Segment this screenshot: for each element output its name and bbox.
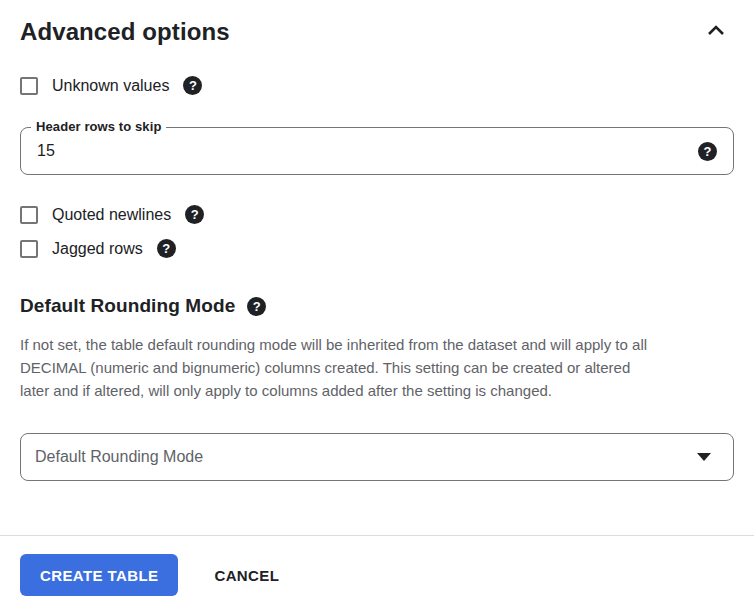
help-icon[interactable]: ? — [183, 76, 202, 95]
help-icon[interactable]: ? — [185, 205, 204, 224]
unknown-values-label[interactable]: Unknown values — [52, 77, 169, 95]
page-title: Advanced options — [20, 18, 230, 46]
default-rounding-mode-title: Default Rounding Mode — [20, 295, 235, 317]
footer-actions: CREATE TABLE CANCEL — [0, 536, 754, 596]
chevron-up-icon — [704, 19, 728, 46]
header-rows-to-skip-input[interactable] — [37, 142, 686, 160]
header-rows-to-skip-label: Header rows to skip — [31, 119, 166, 134]
collapse-section-button[interactable] — [702, 18, 730, 46]
quoted-newlines-row: Quoted newlines ? — [20, 205, 734, 224]
unknown-values-checkbox[interactable] — [20, 77, 38, 95]
default-rounding-mode-select[interactable]: Default Rounding Mode — [20, 433, 734, 481]
rounding-mode-description: If not set, the table default rounding m… — [20, 333, 734, 402]
help-icon[interactable]: ? — [157, 239, 176, 258]
help-icon[interactable]: ? — [698, 142, 717, 161]
help-icon[interactable]: ? — [247, 297, 266, 316]
section-header: Advanced options — [20, 0, 734, 46]
dropdown-selected-value: Default Rounding Mode — [35, 448, 203, 466]
quoted-newlines-label[interactable]: Quoted newlines — [52, 206, 171, 224]
dropdown-arrow-icon — [697, 453, 711, 461]
unknown-values-row: Unknown values ? — [20, 76, 734, 95]
jagged-rows-label[interactable]: Jagged rows — [52, 240, 143, 258]
jagged-rows-checkbox[interactable] — [20, 240, 38, 258]
cancel-button[interactable]: CANCEL — [214, 567, 279, 584]
jagged-rows-row: Jagged rows ? — [20, 239, 734, 258]
advanced-options-panel: Advanced options Unknown values ? Header… — [0, 0, 754, 481]
create-table-button[interactable]: CREATE TABLE — [20, 554, 178, 596]
header-rows-to-skip-field: Header rows to skip ? — [20, 127, 734, 175]
quoted-newlines-checkbox[interactable] — [20, 206, 38, 224]
default-rounding-mode-header: Default Rounding Mode ? — [20, 295, 734, 317]
